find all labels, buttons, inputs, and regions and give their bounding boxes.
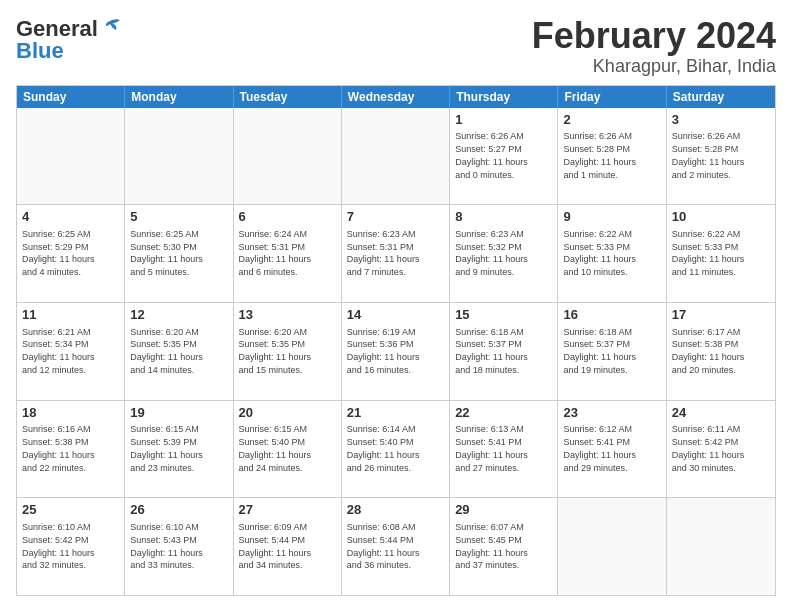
day-info-text: Sunset: 5:38 PM — [672, 339, 739, 349]
calendar-day-26: 26Sunrise: 6:10 AMSunset: 5:43 PMDayligh… — [125, 498, 233, 595]
day-info-text: Daylight: 11 hours — [455, 254, 528, 264]
day-info-text: and 32 minutes. — [22, 560, 86, 570]
day-info-text: Sunrise: 6:20 AM — [239, 327, 308, 337]
day-info-text: Sunrise: 6:15 AM — [130, 424, 199, 434]
day-number: 25 — [22, 501, 119, 519]
calendar-day-18: 18Sunrise: 6:16 AMSunset: 5:38 PMDayligh… — [17, 401, 125, 498]
day-number: 2 — [563, 111, 660, 129]
day-info-text: Daylight: 11 hours — [455, 157, 528, 167]
logo: General Blue — [16, 16, 122, 64]
calendar-day-15: 15Sunrise: 6:18 AMSunset: 5:37 PMDayligh… — [450, 303, 558, 400]
day-number: 3 — [672, 111, 770, 129]
day-number: 20 — [239, 404, 336, 422]
day-info-text: Sunrise: 6:25 AM — [130, 229, 199, 239]
day-info-text: and 34 minutes. — [239, 560, 303, 570]
day-info-text: Sunset: 5:44 PM — [239, 535, 306, 545]
header: General Blue February 2024 Kharagpur, Bi… — [16, 16, 776, 77]
day-info-text: Sunset: 5:35 PM — [130, 339, 197, 349]
day-info-text: Sunset: 5:44 PM — [347, 535, 414, 545]
day-info-text: Daylight: 11 hours — [672, 254, 745, 264]
day-number: 11 — [22, 306, 119, 324]
calendar-day-23: 23Sunrise: 6:12 AMSunset: 5:41 PMDayligh… — [558, 401, 666, 498]
day-number: 12 — [130, 306, 227, 324]
day-info-text: and 16 minutes. — [347, 365, 411, 375]
calendar-day-2: 2Sunrise: 6:26 AMSunset: 5:28 PMDaylight… — [558, 108, 666, 205]
day-number: 8 — [455, 208, 552, 226]
day-info-text: Sunset: 5:28 PM — [563, 144, 630, 154]
day-info-text: and 1 minute. — [563, 170, 618, 180]
day-number: 19 — [130, 404, 227, 422]
calendar-day-11: 11Sunrise: 6:21 AMSunset: 5:34 PMDayligh… — [17, 303, 125, 400]
calendar-empty-cell — [125, 108, 233, 205]
day-info-text: and 23 minutes. — [130, 463, 194, 473]
day-info-text: Sunrise: 6:21 AM — [22, 327, 91, 337]
day-info-text: Sunset: 5:39 PM — [130, 437, 197, 447]
calendar-week-1: 1Sunrise: 6:26 AMSunset: 5:27 PMDaylight… — [17, 108, 775, 205]
day-info-text: Daylight: 11 hours — [22, 352, 95, 362]
day-info-text: Sunset: 5:40 PM — [347, 437, 414, 447]
calendar-day-10: 10Sunrise: 6:22 AMSunset: 5:33 PMDayligh… — [667, 205, 775, 302]
header-day-sunday: Sunday — [17, 86, 125, 108]
day-info-text: Sunset: 5:32 PM — [455, 242, 522, 252]
day-info-text: Sunset: 5:38 PM — [22, 437, 89, 447]
day-info-text: Sunrise: 6:18 AM — [563, 327, 632, 337]
calendar-day-19: 19Sunrise: 6:15 AMSunset: 5:39 PMDayligh… — [125, 401, 233, 498]
day-info-text: Sunrise: 6:15 AM — [239, 424, 308, 434]
day-info-text: Daylight: 11 hours — [22, 548, 95, 558]
day-info-text: Sunrise: 6:14 AM — [347, 424, 416, 434]
day-info-text: Sunrise: 6:22 AM — [672, 229, 741, 239]
day-info-text: Sunrise: 6:12 AM — [563, 424, 632, 434]
day-info-text: Daylight: 11 hours — [22, 254, 95, 264]
day-number: 1 — [455, 111, 552, 129]
day-number: 27 — [239, 501, 336, 519]
day-info-text: Sunrise: 6:23 AM — [347, 229, 416, 239]
day-info-text: and 9 minutes. — [455, 267, 514, 277]
header-day-tuesday: Tuesday — [234, 86, 342, 108]
calendar-day-1: 1Sunrise: 6:26 AMSunset: 5:27 PMDaylight… — [450, 108, 558, 205]
day-number: 18 — [22, 404, 119, 422]
day-number: 6 — [239, 208, 336, 226]
header-day-saturday: Saturday — [667, 86, 775, 108]
calendar: SundayMondayTuesdayWednesdayThursdayFrid… — [16, 85, 776, 596]
day-info-text: Sunset: 5:41 PM — [563, 437, 630, 447]
day-info-text: Daylight: 11 hours — [563, 352, 636, 362]
day-info-text: and 14 minutes. — [130, 365, 194, 375]
day-info-text: Daylight: 11 hours — [455, 548, 528, 558]
day-info-text: and 18 minutes. — [455, 365, 519, 375]
header-day-monday: Monday — [125, 86, 233, 108]
day-info-text: Sunrise: 6:26 AM — [563, 131, 632, 141]
calendar-day-14: 14Sunrise: 6:19 AMSunset: 5:36 PMDayligh… — [342, 303, 450, 400]
header-day-friday: Friday — [558, 86, 666, 108]
calendar-day-12: 12Sunrise: 6:20 AMSunset: 5:35 PMDayligh… — [125, 303, 233, 400]
day-info-text: Daylight: 11 hours — [672, 450, 745, 460]
day-number: 7 — [347, 208, 444, 226]
day-info-text: and 12 minutes. — [22, 365, 86, 375]
day-number: 5 — [130, 208, 227, 226]
day-info-text: Daylight: 11 hours — [455, 450, 528, 460]
day-info-text: Daylight: 11 hours — [347, 450, 420, 460]
day-info-text: Sunrise: 6:13 AM — [455, 424, 524, 434]
day-info-text: Daylight: 11 hours — [239, 254, 312, 264]
day-info-text: Sunset: 5:30 PM — [130, 242, 197, 252]
day-number: 10 — [672, 208, 770, 226]
day-number: 13 — [239, 306, 336, 324]
day-info-text: Daylight: 11 hours — [130, 450, 203, 460]
day-info-text: and 4 minutes. — [22, 267, 81, 277]
day-number: 4 — [22, 208, 119, 226]
day-info-text: Sunset: 5:36 PM — [347, 339, 414, 349]
day-info-text: Daylight: 11 hours — [347, 548, 420, 558]
day-info-text: Daylight: 11 hours — [563, 254, 636, 264]
calendar-day-20: 20Sunrise: 6:15 AMSunset: 5:40 PMDayligh… — [234, 401, 342, 498]
day-info-text: Sunset: 5:31 PM — [347, 242, 414, 252]
day-info-text: and 33 minutes. — [130, 560, 194, 570]
day-info-text: Sunset: 5:42 PM — [672, 437, 739, 447]
calendar-day-5: 5Sunrise: 6:25 AMSunset: 5:30 PMDaylight… — [125, 205, 233, 302]
header-day-wednesday: Wednesday — [342, 86, 450, 108]
day-info-text: Sunset: 5:34 PM — [22, 339, 89, 349]
day-number: 16 — [563, 306, 660, 324]
day-info-text: and 6 minutes. — [239, 267, 298, 277]
day-number: 23 — [563, 404, 660, 422]
day-info-text: Sunrise: 6:07 AM — [455, 522, 524, 532]
day-info-text: Daylight: 11 hours — [130, 548, 203, 558]
calendar-week-2: 4Sunrise: 6:25 AMSunset: 5:29 PMDaylight… — [17, 204, 775, 302]
